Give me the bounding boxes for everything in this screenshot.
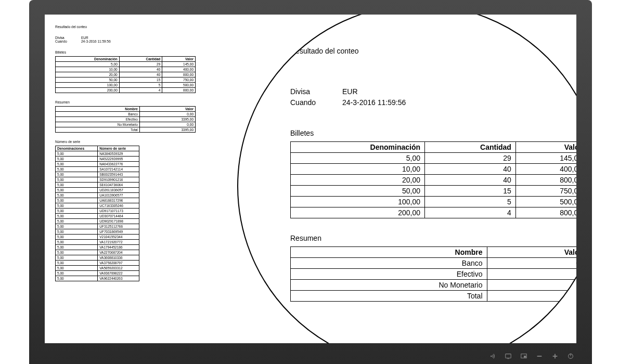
report-title: Resultado del conteo: [55, 25, 196, 29]
cell-value: [487, 291, 576, 302]
table-row: 5,00VA3608810336: [56, 255, 139, 261]
table-row: 5,0029145,00: [56, 62, 196, 67]
table-row: Efectivo3395,00: [56, 117, 196, 122]
table-row: 5,00NA3840539329: [56, 151, 139, 157]
signal-icon[interactable]: [489, 353, 496, 360]
serials-table: Denominaciones Número de serie 5,00NA384…: [55, 146, 139, 281]
cell-denom: 5,00: [56, 209, 98, 214]
cell-denom: 5,00: [56, 62, 120, 67]
cell-qty: 29: [425, 153, 516, 164]
cell-value: 800,00: [515, 175, 576, 186]
table-row: 5,00SB0023591443: [56, 172, 139, 177]
cell-denom: 5,00: [56, 271, 98, 276]
report-document-small: Resultado del conteo Divisa EUR Cuando 2…: [55, 25, 196, 289]
cell-serial: NA5222939995: [98, 157, 139, 162]
mag-meta: Divisa EUR Cuando 24-3-2016 11:59:56: [290, 86, 576, 108]
table-row: 5,00UA8168317296: [56, 198, 139, 203]
cell-serial: VA2270687204: [98, 250, 139, 255]
table-header-row: Nombre Valor: [291, 247, 577, 258]
mag-bills-table: Denominación Cantidad Valor 5,0029145,00…: [290, 141, 576, 218]
cell-denom: 5,00: [56, 245, 98, 250]
cell-serial: VA5859203312: [98, 266, 139, 271]
cell-denom: 50,00: [56, 77, 120, 83]
summary-section-title: Resumen: [55, 100, 196, 104]
table-row: 10,0040400,00: [291, 164, 577, 175]
table-row: Total: [291, 291, 577, 302]
cell-value: 145,00: [515, 153, 576, 164]
cell-serial: VA1721920772: [98, 240, 139, 245]
cell-value: 0,00: [139, 122, 195, 127]
monitor-controls: [489, 353, 574, 360]
cell-serial: UD9171071173: [98, 209, 139, 214]
table-row: Banco0,00: [56, 112, 196, 117]
mag-title: Resultado del conteo: [290, 47, 576, 55]
cell-serial: UA1013906577: [98, 193, 139, 198]
cell-qty: 4: [425, 207, 516, 218]
table-row: 20,0040800,00: [56, 72, 196, 77]
table-row: 5,00NA6433622776: [56, 162, 139, 167]
cell-denom: 5,00: [56, 224, 98, 229]
cell-serial: VA9622440263: [98, 276, 139, 281]
svg-point-0: [491, 356, 492, 357]
cell-denom: 20,00: [291, 175, 425, 186]
cell-denom: 5,00: [291, 153, 425, 164]
cell-value: [487, 280, 576, 291]
cell-denom: 5,00: [56, 193, 98, 198]
cell-qty: 40: [119, 67, 162, 72]
col-qty: Cantidad: [119, 57, 162, 62]
table-row: 5,00UD9029171898: [56, 219, 139, 224]
cell-value: 3395,00: [139, 117, 195, 122]
table-row: 5,00V21041552344: [56, 235, 139, 240]
cell-qty: 40: [119, 72, 162, 77]
power-icon[interactable]: [567, 353, 574, 360]
meta-row-currency: Divisa EUR: [55, 36, 196, 40]
cell-denom: 5,00: [56, 276, 98, 281]
table-row: 5,00VA1721920772: [56, 240, 139, 245]
svg-rect-9: [570, 354, 571, 356]
table-row: Total3395,00: [56, 127, 196, 133]
mag-summary-title: Resumen: [290, 234, 576, 242]
cell-qty: 5: [119, 83, 162, 88]
screen-icon[interactable]: [505, 353, 512, 360]
cell-serial: NA3840539329: [98, 151, 139, 157]
cell-value: 145,00: [162, 62, 196, 67]
table-row: 5,00UD9171071173: [56, 209, 139, 214]
table-row: No Monetario0,00: [56, 122, 196, 127]
plus-icon[interactable]: [551, 353, 559, 360]
cell-serial: NA6433622776: [98, 162, 139, 167]
cell-denom: 10,00: [291, 164, 425, 175]
cell-name: No Monetario: [56, 122, 140, 127]
table-row: 5,00UD2611836057: [56, 188, 139, 193]
svg-rect-2: [507, 358, 509, 359]
cell-name: Banco: [291, 258, 487, 269]
cell-serial: VA1794452186: [98, 245, 139, 250]
table-header-row: Denominación Cantidad Valor: [291, 142, 577, 153]
svg-rect-5: [537, 356, 542, 357]
table-header-row: Denominaciones Número de serie: [56, 146, 139, 151]
table-row: 5,00UD3070714464: [56, 214, 139, 219]
table-row: 5,00NA5222939995: [56, 157, 139, 162]
svg-rect-1: [506, 354, 511, 358]
table-row: 5,00UC7163305246: [56, 203, 139, 209]
table-row: 200,004800,00: [291, 207, 577, 218]
col-value: Valor: [162, 57, 196, 62]
minus-icon[interactable]: [536, 353, 543, 360]
mag-when-label: Cuando: [290, 97, 342, 108]
cell-denom: 20,00: [56, 72, 120, 77]
mag-currency-value: EUR: [342, 86, 358, 97]
table-row: 10,0040400,00: [56, 67, 196, 72]
report-meta: Divisa EUR Cuando 24-3-2016 11:59:56: [55, 36, 196, 43]
bills-table: Denominación Cantidad Valor 5,0029145,00…: [55, 56, 196, 93]
cell-serial: SD9109901216: [98, 177, 139, 183]
table-row: 5,00VA2270687204: [56, 250, 139, 255]
cell-qty: 4: [119, 88, 162, 93]
table-row: 50,0015750,00: [291, 186, 577, 197]
cell-denom: 200,00: [56, 88, 120, 93]
cell-value: 3395,00: [139, 127, 195, 133]
cell-serial: UA8168317296: [98, 198, 139, 203]
summary-table: Nombre Valor Banco0,00Efectivo3395,00No …: [55, 106, 196, 133]
pip-icon[interactable]: [520, 353, 527, 360]
cell-value: 750,00: [515, 186, 576, 197]
cell-denom: 5,00: [56, 167, 98, 172]
table-row: 100,005500,00: [291, 197, 577, 207]
